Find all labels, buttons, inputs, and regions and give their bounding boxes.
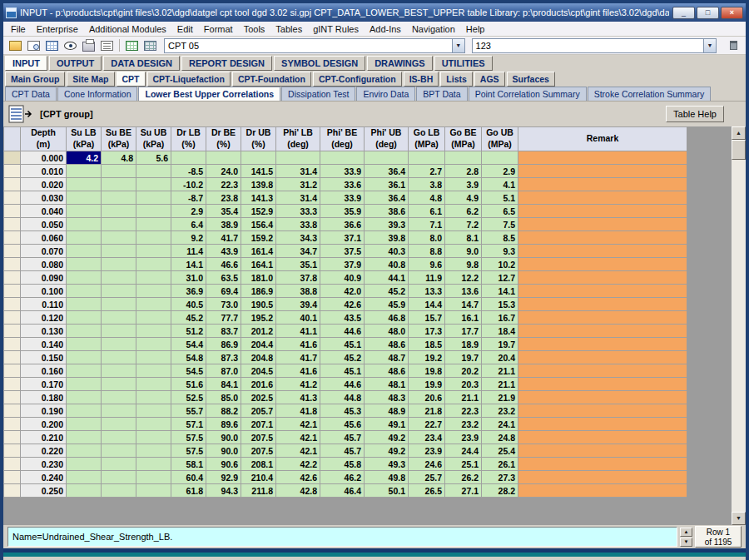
print-button[interactable] bbox=[80, 37, 97, 53]
value-cell[interactable]: 41.7 bbox=[206, 231, 241, 245]
value-cell[interactable]: 40.3 bbox=[365, 245, 409, 258]
delete-button[interactable] bbox=[725, 37, 742, 53]
value-cell[interactable]: 23.2 bbox=[445, 418, 482, 431]
row-selector[interactable] bbox=[4, 471, 21, 484]
value-cell[interactable]: 90.0 bbox=[206, 444, 241, 458]
record-down-button[interactable]: ▼ bbox=[680, 538, 692, 547]
value-cell[interactable]: 40.9 bbox=[320, 271, 365, 285]
value-cell[interactable]: 46.8 bbox=[365, 311, 409, 325]
remark-cell[interactable] bbox=[518, 444, 687, 458]
value-cell[interactable]: 27.3 bbox=[482, 471, 518, 484]
value-cell[interactable]: 4.8 bbox=[409, 191, 445, 205]
scroll-down-button[interactable]: ▼ bbox=[732, 512, 746, 525]
value-cell[interactable]: 61.8 bbox=[171, 484, 206, 498]
value-cell[interactable]: 204.4 bbox=[241, 338, 276, 351]
value-cell[interactable]: 13.3 bbox=[409, 285, 445, 298]
value-cell[interactable]: 9.0 bbox=[445, 245, 482, 258]
depth-cell[interactable]: 0.210 bbox=[21, 431, 67, 444]
point-id-combo[interactable]: CPT 05 ▼ bbox=[164, 38, 465, 53]
value-cell[interactable] bbox=[136, 205, 171, 218]
value-cell[interactable]: 42.0 bbox=[320, 285, 365, 298]
value-cell[interactable] bbox=[67, 351, 102, 364]
column-header-phi-be[interactable]: Phi' BE(deg) bbox=[320, 127, 365, 151]
value-cell[interactable]: 141.5 bbox=[241, 165, 276, 178]
depth-cell[interactable]: 0.080 bbox=[21, 258, 67, 271]
value-cell[interactable]: 41.8 bbox=[276, 404, 320, 418]
value-cell[interactable]: 22.3 bbox=[445, 404, 482, 418]
value-cell[interactable]: 45.6 bbox=[320, 418, 365, 431]
value-cell[interactable]: 5.6 bbox=[136, 151, 171, 165]
minimize-button[interactable]: _ bbox=[672, 7, 695, 19]
menu-item-format[interactable]: Format bbox=[199, 23, 238, 35]
menu-item-navigation[interactable]: Navigation bbox=[407, 23, 460, 35]
value-cell[interactable] bbox=[67, 404, 102, 418]
column-header-su-lb[interactable]: Su LB(kPa) bbox=[67, 127, 102, 151]
value-cell[interactable]: 89.6 bbox=[206, 418, 241, 431]
value-cell[interactable]: 23.4 bbox=[409, 431, 445, 444]
value-cell[interactable]: 9.8 bbox=[445, 258, 482, 271]
value-cell[interactable]: 2.8 bbox=[445, 165, 482, 178]
group-tab-main-group[interactable]: Main Group bbox=[5, 72, 65, 87]
value-cell[interactable]: 33.9 bbox=[320, 165, 365, 178]
value-cell[interactable]: 22.7 bbox=[409, 418, 445, 431]
value-cell[interactable] bbox=[67, 298, 102, 311]
value-cell[interactable] bbox=[67, 444, 102, 458]
row-selector[interactable] bbox=[4, 298, 21, 311]
group-tab-lists[interactable]: Lists bbox=[440, 72, 473, 87]
value-cell[interactable]: 69.4 bbox=[206, 285, 241, 298]
value-cell[interactable]: 2.7 bbox=[409, 165, 445, 178]
depth-cell[interactable]: 0.160 bbox=[21, 364, 67, 378]
value-cell[interactable] bbox=[136, 311, 171, 325]
value-cell[interactable]: 139.8 bbox=[241, 178, 276, 191]
value-cell[interactable]: 43.9 bbox=[206, 245, 241, 258]
group-tab-ags[interactable]: AGS bbox=[474, 72, 505, 87]
scrollbar-track[interactable] bbox=[732, 160, 746, 512]
value-cell[interactable]: 37.9 bbox=[320, 258, 365, 271]
value-cell[interactable]: 31.2 bbox=[276, 178, 320, 191]
value-cell[interactable]: 39.8 bbox=[365, 231, 409, 245]
value-cell[interactable]: 54.4 bbox=[171, 338, 206, 351]
value-cell[interactable]: 12.2 bbox=[445, 271, 482, 285]
value-cell[interactable] bbox=[102, 338, 136, 351]
value-cell[interactable]: 57.5 bbox=[171, 431, 206, 444]
show-eye-button[interactable] bbox=[62, 37, 79, 53]
value-cell[interactable]: 18.4 bbox=[482, 325, 518, 338]
value-cell[interactable]: 45.9 bbox=[365, 298, 409, 311]
value-cell[interactable]: 9.6 bbox=[409, 258, 445, 271]
value-cell[interactable]: 83.7 bbox=[206, 325, 241, 338]
value-cell[interactable]: 8.5 bbox=[482, 231, 518, 245]
value-cell[interactable]: 38.9 bbox=[206, 218, 241, 231]
table-help-button[interactable]: Table Help bbox=[666, 106, 724, 122]
remark-cell[interactable] bbox=[518, 298, 687, 311]
value-cell[interactable]: 21.1 bbox=[482, 378, 518, 391]
value-cell[interactable] bbox=[67, 231, 102, 245]
value-cell[interactable]: 7.2 bbox=[445, 218, 482, 231]
value-cell[interactable] bbox=[102, 311, 136, 325]
value-cell[interactable]: 38.6 bbox=[365, 205, 409, 218]
row-selector[interactable] bbox=[4, 404, 21, 418]
value-cell[interactable]: 34.3 bbox=[276, 231, 320, 245]
value-cell[interactable]: 207.1 bbox=[241, 418, 276, 431]
value-cell[interactable]: 201.2 bbox=[241, 325, 276, 338]
value-cell[interactable]: 18.9 bbox=[445, 338, 482, 351]
value-cell[interactable] bbox=[67, 378, 102, 391]
value-cell[interactable]: 8.0 bbox=[409, 231, 445, 245]
value-cell[interactable]: 14.4 bbox=[409, 298, 445, 311]
value-cell[interactable]: 37.5 bbox=[320, 245, 365, 258]
value-cell[interactable]: 42.1 bbox=[276, 431, 320, 444]
value-cell[interactable]: 16.7 bbox=[482, 311, 518, 325]
value-cell[interactable] bbox=[136, 218, 171, 231]
row-selector[interactable] bbox=[4, 271, 21, 285]
value-cell[interactable]: 35.4 bbox=[206, 205, 241, 218]
value-cell[interactable]: 41.6 bbox=[276, 364, 320, 378]
value-cell[interactable]: 49.1 bbox=[365, 418, 409, 431]
value-cell[interactable]: 45.1 bbox=[320, 338, 365, 351]
value-cell[interactable]: 181.0 bbox=[241, 271, 276, 285]
value-combo-value[interactable]: 123 bbox=[473, 39, 703, 52]
row-selector[interactable] bbox=[4, 458, 21, 471]
value-cell[interactable] bbox=[102, 271, 136, 285]
value-cell[interactable]: 15.7 bbox=[409, 311, 445, 325]
value-cell[interactable]: 14.1 bbox=[482, 285, 518, 298]
value-cell[interactable] bbox=[102, 484, 136, 498]
value-cell[interactable]: 42.6 bbox=[320, 298, 365, 311]
